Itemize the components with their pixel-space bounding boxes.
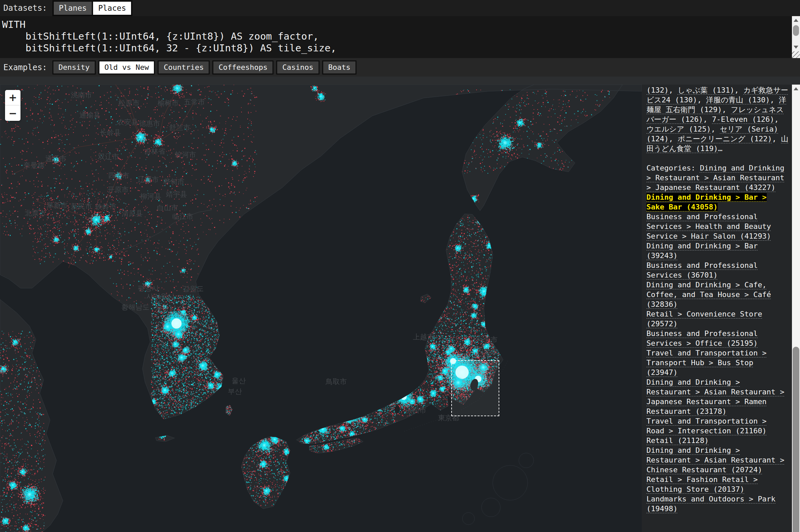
category-item[interactable]: Travel and Transportation > Road > Inter…	[647, 416, 788, 436]
example-button-casinos[interactable]: Casinos	[276, 60, 320, 75]
category-link[interactable]: Business and Professional Services > Off…	[647, 329, 758, 347]
category-link[interactable]: Business and Professional Services > Hea…	[647, 212, 771, 240]
category-link[interactable]: Retail > Fashion Retail > Clothing Store…	[647, 475, 758, 493]
brand-link[interactable]: (132)	[647, 86, 669, 94]
zoom-in-button[interactable]: +	[5, 90, 20, 106]
category-item[interactable]: Dining and Drinking > Bar (39243)	[647, 241, 788, 261]
zoom-out-button[interactable]: −	[5, 106, 20, 121]
query-status-bar: Processed 4.04 million rows, 42.32 MiB	[0, 77, 800, 84]
example-button-density[interactable]: Density	[52, 60, 96, 75]
category-link[interactable]: Retail > Convenience Store (29572)	[647, 310, 762, 328]
places-map[interactable]	[0, 84, 642, 532]
datasets-bar: Datasets: PlanesPlaces	[0, 0, 800, 16]
brand-link[interactable]: 洋服の青山 (130)	[706, 96, 770, 104]
category-item[interactable]: Retail > Convenience Store (29572)	[647, 309, 788, 328]
map-selection-rectangle[interactable]	[451, 360, 499, 416]
sidebar-scroll-up-icon[interactable]	[792, 85, 800, 92]
example-button-coffeeshops[interactable]: Coffeeshops	[212, 60, 273, 75]
sidebar-scrollbar[interactable]	[792, 84, 800, 532]
example-button-countries[interactable]: Countries	[158, 60, 210, 75]
map-zoom-control: + −	[5, 90, 20, 121]
dataset-button-planes[interactable]: Planes	[54, 2, 92, 15]
category-item[interactable]: Retail > Fashion Retail > Clothing Store…	[647, 475, 788, 494]
category-link[interactable]: Dining and Drinking > Cafe, Coffee, and …	[647, 281, 771, 308]
examples-button-group: DensityOld vs NewCountriesCoffeeshopsCas…	[52, 60, 359, 75]
category-item[interactable]: Business and Professional Services > Off…	[647, 328, 788, 348]
category-item[interactable]: Dining and Drinking > Restaurant > Asian…	[647, 377, 788, 416]
top-brands-list: (132), しゃぶ葉 (131), カギ救急サービス24 (130), 洋服の…	[647, 85, 788, 153]
categories-heading: Categories:	[647, 164, 700, 172]
examples-label: Examples:	[3, 63, 47, 72]
category-link[interactable]: Travel and Transportation > Road > Inter…	[647, 417, 767, 435]
category-link[interactable]: Landmarks and Outdoors > Park (19498)	[647, 495, 776, 513]
code-scrollbar-thumb[interactable]	[793, 25, 799, 36]
scroll-down-icon[interactable]	[792, 44, 800, 50]
dataset-button-places[interactable]: Places	[93, 2, 131, 15]
category-link[interactable]: Business and Professional Services (3670…	[647, 261, 758, 279]
category-item-highlighted[interactable]: Dining and Drinking > Bar > Sake Bar (43…	[647, 192, 788, 212]
datasets-button-group: PlanesPlaces	[52, 0, 132, 16]
category-item[interactable]: Business and Professional Services (3670…	[647, 261, 788, 280]
categories-section: Categories: Dining and Drinking > Restau…	[647, 163, 788, 514]
datasets-label: Datasets:	[3, 3, 47, 13]
category-item[interactable]: Retail (21128)	[647, 436, 788, 445]
sql-code-editor[interactable]: WITH bitShiftLeft(1::UInt64, {z:UInt8}) …	[0, 16, 800, 58]
category-link[interactable]: Dining and Drinking > Restaurant > Asian…	[647, 378, 784, 416]
category-link[interactable]: Travel and Transportation > Transport Hu…	[647, 349, 767, 377]
example-button-boats[interactable]: Boats	[322, 60, 357, 75]
category-link[interactable]: Dining and Drinking > Bar > Sake Bar (43…	[647, 193, 767, 211]
sidebar-scrollbar-thumb[interactable]	[793, 347, 799, 532]
examples-bar: Examples: DensityOld vs NewCountriesCoff…	[0, 58, 800, 77]
textarea-resize-grip-icon[interactable]	[792, 51, 800, 58]
results-sidebar: (132), しゃぶ葉 (131), カギ救急サービス24 (130), 洋服の…	[642, 84, 792, 532]
brand-link[interactable]: ウエルシア (125)	[647, 125, 711, 133]
categories-list: Dining and Drinking > Bar > Sake Bar (43…	[647, 192, 788, 514]
main-row: 洮南市松原市榆树市五常市通榆县农安县德惠市舒兰市长岭县双辽市吉林省蛟河市四平市辽…	[0, 84, 800, 532]
brand-link[interactable]: ポニークリーニング (122)	[678, 135, 772, 143]
category-item[interactable]: Dining and Drinking > Restaurant > Asian…	[647, 445, 788, 475]
category-link[interactable]: Dining and Drinking > Restaurant > Asian…	[647, 446, 784, 474]
category-link[interactable]: Dining and Drinking > Bar (39243)	[647, 242, 758, 260]
brand-link[interactable]: 7-Eleven (126)	[712, 115, 774, 124]
example-button-old-vs-new[interactable]: Old vs New	[98, 60, 155, 75]
brand-link[interactable]: しゃぶ葉 (131)	[678, 86, 734, 94]
geo-places-app: Datasets: PlanesPlaces WITH bitShiftLeft…	[0, 0, 800, 532]
category-item[interactable]: Dining and Drinking > Cafe, Coffee, and …	[647, 280, 788, 309]
category-item[interactable]: Travel and Transportation > Transport Hu…	[647, 348, 788, 377]
category-link[interactable]: Retail (21128)	[647, 436, 709, 445]
scroll-up-icon[interactable]	[792, 17, 800, 23]
map-canvas-container[interactable]: 洮南市松原市榆树市五常市通榆县农安县德惠市舒兰市长岭县双辽市吉林省蛟河市四平市辽…	[0, 84, 642, 532]
category-item[interactable]: Landmarks and Outdoors > Park (19498)	[647, 494, 788, 514]
category-item[interactable]: Business and Professional Services > Hea…	[647, 212, 788, 241]
sql-code-text[interactable]: WITH bitShiftLeft(1::UInt64, {z:UInt8}) …	[0, 16, 800, 54]
